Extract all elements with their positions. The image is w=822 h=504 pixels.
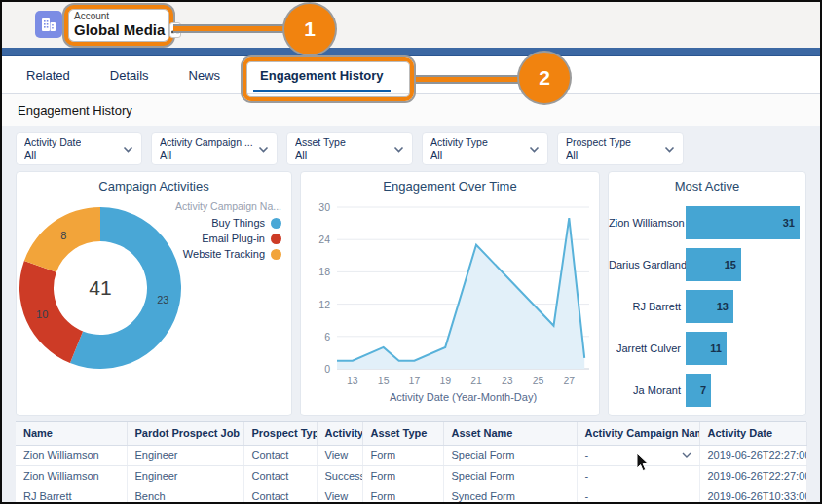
bar[interactable]: 31: [686, 206, 800, 239]
x-axis-tick: 13: [347, 375, 358, 386]
engagement-table: NamePardot Prospect Job TitleProspect Ty…: [16, 422, 807, 504]
bar[interactable]: 7: [686, 374, 711, 407]
record-name: Global Media: [74, 21, 165, 38]
cell-activity-campaign-name: -: [577, 486, 699, 504]
x-axis-tick: 17: [409, 375, 421, 386]
bar-row-jarrett-culver: Jarrett Culver 11: [609, 332, 805, 365]
legend-label: Buy Things: [211, 217, 265, 229]
dashboard-filters: Activity Date All Activity Campaign ... …: [16, 132, 684, 165]
filter-selected-value: All: [430, 149, 488, 162]
campaign-activities-card: Campaign Activities Activity Campaign Na…: [16, 171, 292, 416]
column-header-pardot-prospect-job-title[interactable]: Pardot Prospect Job Title: [127, 422, 243, 445]
bar-category-label: RJ Barrett: [609, 301, 686, 312]
record-tab-bar: RelatedDetailsNewsEngagement History: [2, 56, 820, 94]
legend-item[interactable]: Email Plug-in: [202, 233, 281, 244]
bar-value: 11: [710, 342, 727, 354]
cell-asset-type: Form: [362, 445, 443, 465]
cell-name: RJ Barrett: [16, 486, 127, 504]
filter-activity-date[interactable]: Activity Date All: [16, 132, 142, 165]
cell-name: Zion Williamson: [16, 465, 127, 486]
brand-band: [2, 48, 820, 56]
salesforce-account-page: Account Global Media 1 RelatedDetailsNew…: [0, 0, 822, 504]
cell-asset-type: Form: [362, 465, 443, 486]
tab-engagement-history[interactable]: Engagement History: [260, 68, 383, 83]
callout-connector-2: [412, 77, 521, 82]
record-type-label: Account: [74, 11, 164, 21]
column-header-activity-date[interactable]: Activity Date: [699, 422, 806, 445]
tab-news[interactable]: News: [189, 68, 221, 83]
mouse-cursor: [636, 452, 650, 472]
donut-legend: Activity Campaign Na... Buy Things Email…: [175, 200, 281, 260]
donut-center-total: 41: [89, 276, 111, 299]
legend-swatch: [271, 249, 281, 260]
filter-selected-value: All: [566, 149, 631, 162]
x-axis-tick: 19: [439, 375, 451, 386]
column-header-prospect-type[interactable]: Prospect Type: [243, 422, 317, 445]
bar[interactable]: 11: [686, 332, 727, 365]
table-row: Zion WilliamsonEngineerContactViewFormSp…: [16, 445, 806, 465]
cell-prospect-type: Contact: [243, 486, 317, 504]
column-header-name[interactable]: Name: [16, 422, 127, 445]
legend-title: Activity Campaign Na...: [175, 200, 281, 212]
tab-related[interactable]: Related: [26, 68, 70, 83]
x-axis-tick: 21: [470, 375, 482, 386]
bar-value: 31: [783, 217, 800, 229]
bar-row-darius-gardland: Darius Gardland 15: [609, 248, 805, 281]
y-axis-tick: 12: [318, 299, 330, 310]
column-header-activity[interactable]: Activity: [317, 422, 362, 445]
legend-item[interactable]: Website Tracking: [183, 248, 281, 260]
record-header-callout-box: Account Global Media: [64, 5, 173, 46]
filter-activity-type[interactable]: Activity Type All: [422, 132, 548, 165]
tab-details[interactable]: Details: [110, 68, 149, 83]
legend-swatch: [271, 234, 281, 244]
filter-selected-value: All: [160, 149, 253, 162]
cell-asset-type: Form: [362, 486, 443, 504]
table-row: Zion WilliamsonEngineerContactSuccessFor…: [16, 465, 806, 486]
filter-activity-campaign[interactable]: Activity Campaign ... All: [151, 132, 278, 165]
dashboard-charts: Campaign Activities Activity Campaign Na…: [16, 171, 806, 416]
x-axis-tick: 27: [563, 375, 575, 386]
bar-value: 7: [700, 384, 711, 396]
chevron-down-icon: [393, 146, 404, 153]
building-icon: [40, 16, 57, 33]
filter-label: Activity Date: [24, 136, 81, 149]
cell-activity: Success: [317, 465, 362, 486]
bar-chart-title: Most Active: [609, 179, 805, 194]
chevron-down-icon: [664, 146, 675, 153]
donut-chart[interactable]: 2310841: [19, 207, 181, 369]
filter-label: Asset Type: [295, 136, 346, 149]
page-title: Engagement History: [18, 103, 132, 118]
cell-pardot-prospect-job-title: Bench: [127, 486, 243, 504]
filter-prospect-type[interactable]: Prospect Type All: [557, 132, 684, 165]
chevron-down-icon[interactable]: [682, 452, 691, 458]
chevron-down-icon: [529, 146, 540, 153]
donut-slice-value: 23: [157, 294, 168, 306]
y-axis-tick: 30: [318, 201, 330, 213]
column-header-activity-campaign-name[interactable]: Activity Campaign Name: [577, 422, 699, 445]
tab-label: Details: [110, 68, 149, 83]
x-axis-tick: 23: [502, 375, 513, 386]
column-header-asset-type[interactable]: Asset Type: [362, 422, 443, 445]
chevron-down-icon: [123, 146, 133, 153]
tab-label: Related: [26, 68, 70, 83]
engagement-table-wrap: NamePardot Prospect Job TitleProspect Ty…: [16, 421, 806, 504]
column-header-asset-name[interactable]: Asset Name: [443, 422, 577, 445]
filter-asset-type[interactable]: Asset Type All: [286, 132, 413, 165]
table-header-row: NamePardot Prospect Job TitleProspect Ty…: [16, 422, 806, 445]
bar[interactable]: 13: [686, 290, 733, 323]
cell-activity: View: [317, 486, 362, 504]
cell-asset-name: Special Form: [443, 465, 577, 486]
y-axis-tick: 18: [318, 266, 330, 277]
donut-slice-email-plug-in[interactable]: [19, 261, 83, 363]
table-body: Zion WilliamsonEngineerContactViewFormSp…: [16, 445, 806, 504]
cell-pardot-prospect-job-title: Engineer: [127, 445, 243, 465]
bar-value: 15: [725, 259, 741, 270]
filter-selected-value: All: [295, 149, 346, 162]
line-chart[interactable]: 06121824301315171921232527Activity Date …: [301, 172, 601, 417]
legend-item[interactable]: Buy Things: [211, 217, 281, 229]
bar-category-label: Zion Williamson: [609, 217, 686, 229]
donut-chart-title: Campaign Activities: [17, 179, 291, 194]
x-axis-tick: 15: [378, 375, 390, 386]
cell-activity-date: 2019-06-26T22:27:00Z: [699, 465, 806, 486]
bar[interactable]: 15: [686, 248, 741, 281]
